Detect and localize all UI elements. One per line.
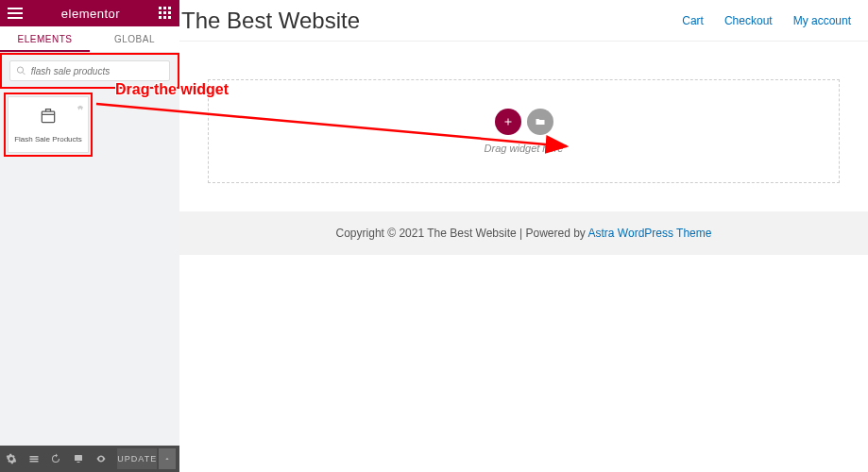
- site-footer: Copyright © 2021 The Best Website | Powe…: [179, 211, 868, 255]
- sidebar-tabs: ELEMENTS GLOBAL: [0, 26, 179, 53]
- folder-icon: [535, 116, 546, 127]
- svg-line-1: [23, 72, 26, 75]
- tab-global[interactable]: GLOBAL: [90, 26, 179, 52]
- navigator-button[interactable]: [23, 446, 45, 472]
- widget-label: Flash Sale Products: [14, 135, 82, 143]
- box-icon: [39, 107, 58, 129]
- dropzone-buttons: [495, 109, 553, 135]
- annotation-label: Drag the widget: [115, 81, 229, 98]
- svg-rect-2: [42, 111, 54, 123]
- edit-area: Drag widget here: [179, 42, 868, 211]
- preview-canvas: The Best Website Cart Checkout My accoun…: [179, 0, 868, 472]
- widgets-panel: Flash Sale Products: [0, 89, 179, 160]
- brand-label: elementor: [61, 7, 120, 21]
- hamburger-icon[interactable]: [8, 8, 23, 19]
- nav-account[interactable]: My account: [793, 14, 851, 27]
- svg-point-0: [17, 67, 23, 73]
- footer-theme-link[interactable]: Astra WordPress Theme: [588, 227, 712, 240]
- tab-elements[interactable]: ELEMENTS: [0, 26, 90, 52]
- update-options-button[interactable]: [159, 448, 176, 469]
- responsive-button[interactable]: [67, 446, 90, 472]
- nav-cart[interactable]: Cart: [682, 14, 704, 27]
- site-title: The Best Website: [181, 8, 360, 34]
- site-header: The Best Website Cart Checkout My accoun…: [179, 0, 868, 42]
- grid-icon[interactable]: [159, 7, 172, 20]
- plus-icon: [502, 116, 514, 127]
- search-input[interactable]: [31, 66, 163, 76]
- sidebar-header: elementor: [0, 0, 179, 26]
- site-nav: Cart Checkout My account: [682, 14, 851, 27]
- sidebar-footer: UPDATE: [0, 446, 179, 472]
- svg-rect-4: [77, 462, 79, 463]
- update-button[interactable]: UPDATE: [117, 448, 157, 469]
- template-button[interactable]: [527, 109, 553, 135]
- dropzone-hint: Drag widget here: [485, 143, 564, 154]
- nav-checkout[interactable]: Checkout: [724, 14, 773, 27]
- footer-copyright: Copyright © 2021 The Best Website | Powe…: [336, 227, 588, 240]
- pro-badge-icon: [76, 100, 85, 117]
- widget-flash-sale-products[interactable]: Flash Sale Products: [8, 96, 89, 153]
- svg-rect-3: [75, 455, 82, 461]
- history-button[interactable]: [44, 446, 67, 472]
- section-dropzone[interactable]: Drag widget here: [208, 79, 840, 183]
- settings-button[interactable]: [0, 446, 23, 472]
- add-section-button[interactable]: [495, 109, 521, 135]
- search-icon: [16, 65, 26, 76]
- widget-search[interactable]: [9, 60, 170, 81]
- elementor-sidebar: elementor ELEMENTS GLOBAL Flash Sale Pro…: [0, 0, 179, 472]
- preview-button[interactable]: [90, 446, 112, 472]
